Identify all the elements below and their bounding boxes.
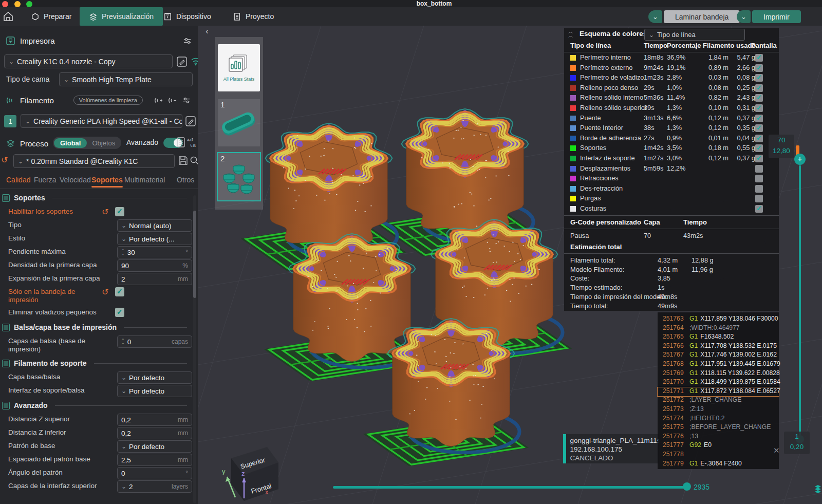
line-type-visibility-checkbox[interactable] — [755, 195, 763, 202]
setting-spin[interactable]: ⌃⌄0capas — [117, 335, 192, 348]
gcode-line[interactable]: 251766G1X117.708 Y138.532 E.0175 — [658, 342, 779, 351]
slice-plate-label[interactable]: Laminar bandeja — [664, 10, 740, 23]
setting-checkbox[interactable] — [115, 308, 124, 317]
setting-select[interactable]: ⌄Por defecto — [117, 440, 192, 453]
close-window-button[interactable] — [2, 1, 8, 7]
line-type-visibility-checkbox[interactable] — [755, 185, 763, 193]
gcode-line[interactable]: 251778 — [658, 451, 779, 460]
setting-checkbox[interactable] — [115, 207, 124, 216]
tab-preparar[interactable]: Preparar — [22, 7, 81, 26]
gcode-line[interactable]: 251776;13 — [658, 433, 779, 442]
line-type-visibility-checkbox[interactable] — [755, 74, 763, 82]
settings-tab-fuerza[interactable]: Fuerza — [34, 176, 57, 184]
gcode-line[interactable]: 251764;WIDTH:0.464977 — [658, 324, 779, 333]
home-button[interactable] — [2, 10, 15, 24]
flush-volumes-button[interactable]: Volúmenes de limpieza — [73, 96, 143, 105]
settings-scrollbar-thumb[interactable] — [193, 211, 196, 298]
collapse-panel-icon[interactable]: ︿︿ — [568, 30, 573, 38]
process-preset-select[interactable]: ⌄ * 0.20mm Standard @Creality K1C — [13, 154, 175, 168]
axis-gizmo[interactable]: Superior Frontal y z x — [216, 437, 283, 501]
settings-tab-otros[interactable]: Otros — [177, 176, 194, 184]
tab-previsualización[interactable]: Previsualización — [80, 7, 163, 26]
slice-plate-button[interactable]: ⌄ Laminar bandeja — [648, 10, 740, 23]
line-type-visibility-checkbox[interactable] — [755, 94, 763, 102]
gcode-line[interactable]: 251777G92E0 — [658, 441, 779, 451]
setting-select[interactable]: ⌄Normal (auto) — [117, 219, 192, 232]
gcode-line[interactable]: 251769G1X118.115 Y139.622 E.00828 — [658, 369, 779, 379]
line-type-visibility-checkbox[interactable] — [755, 175, 763, 182]
setting-checkbox[interactable] — [115, 287, 124, 296]
filament-slot-badge[interactable]: 1 — [4, 115, 16, 127]
spinner-arrows-icon[interactable]: ⌃⌄ — [121, 339, 125, 344]
gcode-line[interactable]: 251768G1X117.951 Y139.445 E.01679 — [658, 360, 779, 369]
gcode-line[interactable]: 251775;BEFORE_LAYER_CHANGE — [658, 423, 779, 433]
line-type-visibility-checkbox[interactable] — [755, 144, 763, 152]
setting-select[interactable]: ⌄Por defecto (... — [117, 233, 192, 245]
print-dropdown-chevron-icon[interactable]: ⌄ — [737, 10, 751, 23]
all-plates-stats-card[interactable]: All Plates Stats — [218, 44, 260, 91]
settings-tab-soportes[interactable]: Soportes — [91, 176, 123, 184]
line-type-visibility-checkbox[interactable] — [755, 115, 763, 122]
slice-dropdown-chevron-icon[interactable]: ⌄ — [648, 10, 662, 23]
reset-setting-icon[interactable]: ↺ — [102, 207, 108, 217]
plate-thumbnail-1[interactable]: 1 — [218, 99, 260, 146]
filament-settings-icon[interactable] — [182, 96, 191, 105]
maximize-window-button[interactable] — [26, 1, 32, 7]
save-preset-icon[interactable] — [178, 156, 188, 165]
settings-tab-calidad[interactable]: Calidad — [6, 176, 30, 184]
spinner-arrows-icon[interactable]: ⌃⌄ — [121, 250, 125, 255]
remove-filament-icon[interactable] — [168, 96, 177, 105]
settings-tab-velocidad[interactable]: Velocidad — [60, 176, 91, 184]
tab-proyecto[interactable]: Proyecto — [223, 7, 283, 26]
gcode-line[interactable]: 251763G1X117.859 Y138.046 F30000 — [658, 315, 779, 324]
setting-spin[interactable]: ⌃⌄30° — [117, 246, 192, 258]
gcode-line[interactable]: 251771G1X117.872 Y138.084 E.06527 — [658, 387, 779, 397]
gcode-line[interactable]: 251770G1X118.499 Y139.875 E.01584 — [658, 378, 779, 387]
gcode-line[interactable]: 251772;LAYER_CHANGE — [658, 396, 779, 405]
setting-input[interactable]: 90% — [117, 259, 192, 272]
gcode-line[interactable]: 251779G1E-.3064 F2400 — [658, 460, 779, 469]
printer-select[interactable]: ⌄ Creality K1C 0.4 nozzle - Copy — [4, 54, 173, 68]
setting-input[interactable]: 0° — [117, 467, 192, 479]
line-type-visibility-checkbox[interactable] — [755, 165, 763, 173]
print-button[interactable]: ⌄ Imprimir — [737, 10, 801, 23]
line-type-visibility-checkbox[interactable] — [755, 104, 763, 112]
process-scope-toggle[interactable]: Global Objetos — [53, 137, 121, 149]
tab-dispositivo[interactable]: Dispositivo — [154, 7, 220, 26]
setting-input[interactable]: 2mm — [117, 273, 192, 285]
setting-input[interactable]: 2,5mm — [117, 454, 192, 466]
setting-select[interactable]: ⌄2layers — [117, 480, 192, 493]
minimize-window-button[interactable] — [14, 1, 21, 7]
compare-ab-icon[interactable]: A↺↳B — [186, 136, 197, 148]
move-slider-thumb[interactable] — [683, 482, 691, 491]
setting-input[interactable]: 0,2mm — [117, 427, 192, 439]
parameter-list-icon[interactable] — [177, 136, 186, 148]
layers-icon[interactable] — [814, 484, 822, 494]
close-icon[interactable]: ✕ — [773, 446, 780, 455]
scope-objects[interactable]: Objetos — [87, 138, 120, 148]
settings-tab-multimaterial[interactable]: Multimaterial — [124, 176, 165, 184]
print-label[interactable]: Imprimir — [752, 10, 801, 23]
printer-settings-icon[interactable] — [183, 36, 192, 45]
add-filament-icon[interactable] — [154, 96, 163, 105]
preset-reset-icon[interactable]: ↺ — [1, 155, 8, 165]
gcode-line[interactable]: 251774;HEIGHT:0.2 — [658, 415, 779, 424]
add-layer-gcode-button[interactable]: + — [794, 154, 806, 165]
plates-collapse-button[interactable]: ‹ — [201, 27, 213, 38]
gcode-line[interactable]: 251767G1X117.746 Y139.002 E.0162 — [658, 351, 779, 360]
line-type-visibility-checkbox[interactable] — [755, 155, 763, 162]
gcode-line[interactable]: 251773;Z:13 — [658, 405, 779, 415]
filament-select[interactable]: ⌄ Creality Generic PLA High Speed @K1-al… — [21, 114, 182, 128]
setting-input[interactable]: 0,2mm — [117, 414, 192, 426]
gcode-line[interactable]: 251765G1F16348.502 — [658, 333, 779, 342]
scope-global[interactable]: Global — [54, 138, 87, 148]
gcode-viewer-panel[interactable]: 251763G1X117.859 Y138.046 F30000251764;W… — [658, 312, 779, 469]
edit-printer-icon[interactable] — [177, 57, 187, 67]
line-type-visibility-checkbox[interactable] — [755, 124, 763, 132]
line-type-visibility-checkbox[interactable] — [755, 135, 763, 142]
edit-filament-icon[interactable] — [185, 116, 196, 126]
bed-type-select[interactable]: ⌄ Smooth High Temp Plate — [59, 72, 193, 86]
line-type-visibility-checkbox[interactable] — [755, 205, 763, 213]
plate-thumbnail-2[interactable]: 2 — [218, 153, 260, 200]
setting-select[interactable]: ⌄Por defecto — [117, 371, 192, 384]
